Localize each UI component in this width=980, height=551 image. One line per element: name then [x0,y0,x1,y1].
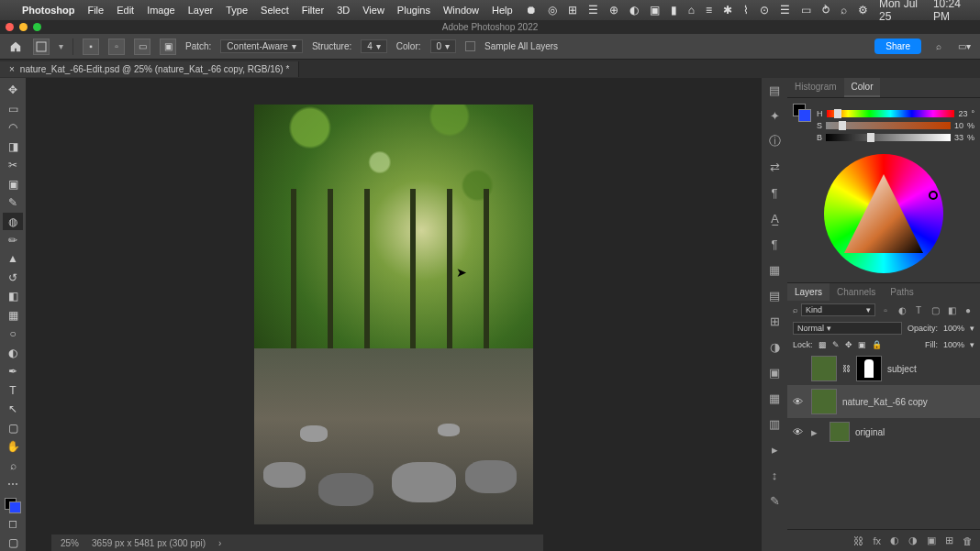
menu-type[interactable]: Type [226,5,248,16]
menu-view[interactable]: View [362,5,384,16]
status-icon[interactable]: ⥁ [822,4,830,17]
crop-tool[interactable]: ✂ [3,157,23,173]
object-select-tool[interactable]: ◨ [3,138,23,154]
color-wheel[interactable] [824,154,943,273]
patch-intersect-icon[interactable]: ▣ [160,39,176,55]
menu-file[interactable]: File [87,5,104,16]
status-icon[interactable]: ⌕ [841,4,847,17]
pen-tool[interactable]: ✒ [3,363,23,380]
menu-filter[interactable]: Filter [302,5,324,16]
screenmode-toggle[interactable]: ▢ [3,534,23,550]
edit-toolbar[interactable]: ⋯ [3,476,23,492]
status-icon[interactable]: ▣ [650,4,660,17]
status-icon[interactable]: ⊕ [609,4,618,17]
frame-tool[interactable]: ▣ [3,175,23,192]
layer-thumb[interactable] [811,389,837,414]
visibility-toggle[interactable]: 👁 [793,426,806,437]
bri-value[interactable]: 33 [954,133,963,142]
clone-stamp-tool[interactable]: ▲ [3,250,23,267]
patch-add-icon[interactable]: ▫ [108,39,125,55]
bri-slider[interactable] [826,134,951,141]
new-adjustment-icon[interactable]: ◑ [908,534,918,546]
filter-pixel-icon[interactable]: ▫ [879,305,892,315]
window-minimize[interactable] [19,23,28,31]
menu-layer[interactable]: Layer [188,5,214,16]
type-tool[interactable]: T [3,382,23,399]
window-close[interactable] [6,23,14,31]
layer-row[interactable]: ⛓ subject [787,352,980,385]
panel-tab-histogram[interactable]: Histogram [787,78,844,97]
panel-icon[interactable]: ▤ [766,287,783,303]
layer-name[interactable]: subject [887,364,917,374]
workspace-switcher[interactable]: ▭▾ [956,39,973,55]
fill-value[interactable]: 100% [943,340,964,349]
zoom-tool[interactable]: ⌕ [3,457,23,473]
layer-mask-thumb[interactable] [856,356,882,381]
link-layers-icon[interactable]: ⛓ [853,535,863,546]
delete-layer-icon[interactable]: 🗑 [963,535,973,546]
blend-mode-select[interactable]: Normal ▾ [793,322,902,335]
status-icon[interactable]: ✱ [723,4,732,17]
panel-icon[interactable]: ¶ [766,236,783,252]
menu-select[interactable]: Select [261,5,289,16]
gradient-tool[interactable]: ▦ [3,307,23,324]
panel-icon[interactable]: ✎ [766,492,783,509]
hue-slider[interactable] [827,110,955,117]
brush-tool[interactable]: ✏ [3,232,23,248]
status-icon[interactable]: ≡ [706,4,712,17]
move-tool[interactable]: ✥ [3,82,23,98]
eraser-tool[interactable]: ◧ [3,288,23,304]
share-button[interactable]: Share [874,39,921,54]
tab-channels[interactable]: Channels [830,283,883,301]
panel-icon[interactable]: ✦ [766,107,783,124]
status-icon[interactable]: ☰ [780,4,790,17]
layer-name[interactable]: nature_Kat_-66 copy [842,397,928,407]
panel-icon[interactable]: ▣ [766,364,783,380]
patch-new-icon[interactable]: ▪ [83,39,99,55]
menu-3d[interactable]: 3D [337,5,350,16]
new-layer-icon[interactable]: ⊞ [945,534,953,546]
lasso-tool[interactable]: ◠ [3,119,23,136]
tool-preset[interactable] [33,39,50,55]
sample-all-checkbox[interactable] [465,41,475,51]
layer-row[interactable]: 👁 ▸ original [787,418,980,446]
panel-icon[interactable]: ▸ [766,441,783,457]
sat-slider[interactable] [826,122,951,129]
filter-smart-icon[interactable]: ◧ [945,305,958,315]
hand-tool[interactable]: ✋ [3,438,23,455]
status-icon[interactable]: ◐ [629,4,639,17]
group-expand-icon[interactable]: ▸ [811,425,824,439]
dodge-tool[interactable]: ◐ [3,345,23,361]
filter-type-icon[interactable]: T [912,305,925,315]
doc-dimensions[interactable]: 3659 px x 5481 px (300 ppi) [92,538,206,548]
menu-plugins[interactable]: Plugins [397,5,430,16]
history-brush-tool[interactable]: ↺ [3,270,23,286]
canvas-area[interactable]: ➤ 25% 3659 px x 5481 px (300 ppi) › [26,78,762,551]
document-tab[interactable]: × nature_Kat_-66-Edit.psd @ 25% (nature_… [0,61,299,77]
zoom-level[interactable]: 25% [61,538,79,548]
tab-paths[interactable]: Paths [883,283,921,301]
menu-help[interactable]: Help [492,5,513,16]
panel-icon[interactable]: ▤ [766,82,783,98]
panel-icon[interactable]: ◑ [766,338,783,355]
add-mask-icon[interactable]: ◐ [890,534,899,546]
home-button[interactable] [7,39,24,55]
color-swatches[interactable] [5,498,21,513]
control-center-icon[interactable]: ⚙ [858,4,868,17]
link-icon[interactable]: ⛓ [842,364,851,373]
lock-transparent-icon[interactable]: ▩ [819,340,827,349]
filter-shape-icon[interactable]: ▢ [929,305,941,315]
panel-icon[interactable]: A̲ [766,210,783,226]
menu-window[interactable]: Window [443,5,479,16]
sat-value[interactable]: 10 [954,121,963,130]
document-canvas[interactable]: ➤ [254,105,533,524]
layer-fx-icon[interactable]: fx [873,535,881,546]
panel-icon[interactable]: ⓘ [766,133,783,149]
panel-icon[interactable]: ▦ [766,261,783,278]
panel-icon[interactable]: ⇄ [766,159,783,175]
filter-toggle[interactable]: ● [962,305,974,315]
status-icon[interactable]: ◎ [548,4,557,17]
layer-name[interactable]: original [855,427,885,437]
panel-icon[interactable]: ▦ [766,390,783,406]
eyedropper-tool[interactable]: ✎ [3,194,23,211]
